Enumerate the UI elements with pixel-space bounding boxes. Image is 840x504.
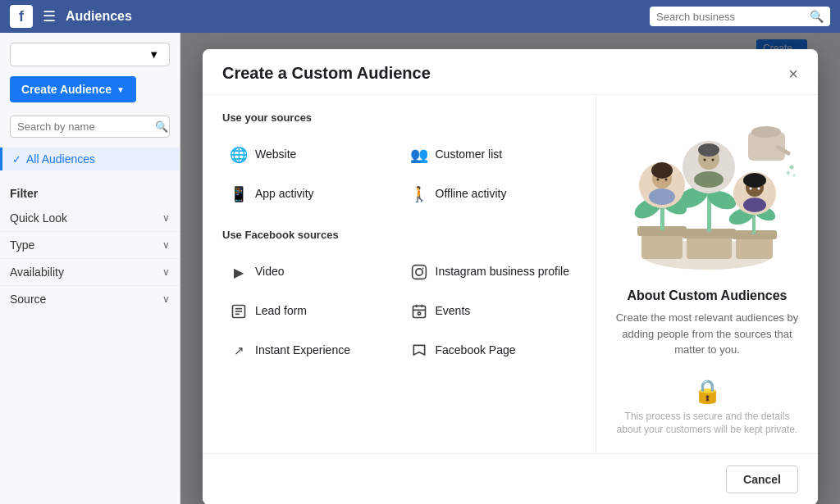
about-title: About Custom Audiences <box>628 288 788 303</box>
checkmark-icon: ✓ <box>12 153 21 166</box>
option-app-activity[interactable]: 📱 App activity <box>222 176 396 212</box>
facebook-page-icon <box>409 341 429 361</box>
create-audience-label: Create Audience <box>21 83 112 96</box>
search-by-name-input[interactable] <box>17 120 155 133</box>
svg-point-40 <box>665 179 668 181</box>
option-events[interactable]: Events <box>403 293 577 329</box>
svg-point-39 <box>657 179 660 181</box>
offline-activity-icon: 🚶 <box>409 184 429 204</box>
your-sources-label: Use your sources <box>222 111 576 124</box>
option-video-label: Video <box>255 262 285 279</box>
create-audience-button[interactable]: Create Audience ▼ <box>10 76 136 102</box>
modal-overlay: Create a Custom Audience × Use your sour… <box>180 33 840 504</box>
svg-point-30 <box>751 126 781 138</box>
option-lead-form-label: Lead form <box>255 302 307 318</box>
option-instagram-label: Instagram business profile <box>436 262 569 279</box>
svg-point-43 <box>698 143 719 157</box>
search-icon: 🔍 <box>155 120 168 133</box>
option-instant-experience-label: Instant Experience <box>255 341 350 357</box>
search-by-name-wrap: 🔍 <box>10 116 170 138</box>
hamburger-menu[interactable]: ☰ <box>43 7 56 25</box>
svg-point-33 <box>787 171 790 175</box>
svg-point-52 <box>758 188 760 190</box>
customer-list-icon: 👥 <box>409 145 429 165</box>
modal-footer: Cancel <box>203 453 818 504</box>
svg-point-32 <box>790 166 794 170</box>
cancel-button[interactable]: Cancel <box>726 465 798 493</box>
create-audience-arrow-icon: ▼ <box>116 85 125 94</box>
sidebar-dropdown[interactable]: ▼ <box>10 43 170 66</box>
option-website[interactable]: 🌐 Website <box>222 137 396 173</box>
svg-point-1 <box>415 269 422 275</box>
filter-type[interactable]: Type ∨ <box>0 232 180 259</box>
website-icon: 🌐 <box>229 145 249 165</box>
svg-point-49 <box>743 173 766 188</box>
option-customer-list-label: Customer list <box>436 145 503 161</box>
svg-point-50 <box>743 198 766 212</box>
top-nav: f ☰ Audiences 🔍 <box>0 0 840 33</box>
chevron-icon: ∨ <box>162 212 170 224</box>
option-website-label: Website <box>255 145 296 161</box>
svg-point-38 <box>649 188 675 205</box>
chevron-icon: ∨ <box>162 239 170 251</box>
option-instant-experience[interactable]: ↗ Instant Experience <box>222 333 396 369</box>
option-facebook-page[interactable]: Facebook Page <box>403 333 577 369</box>
option-lead-form[interactable]: Lead form <box>222 293 396 329</box>
events-icon <box>409 302 429 321</box>
custom-audience-modal: Create a Custom Audience × Use your sour… <box>203 49 818 504</box>
option-app-activity-label: App activity <box>255 184 314 201</box>
about-desc: Create the most relevant audiences by ad… <box>613 310 801 358</box>
svg-point-34 <box>793 175 796 177</box>
option-offline-activity[interactable]: 🚶 Offline activity <box>403 176 577 212</box>
lock-icon: 🔒 <box>693 378 722 405</box>
filter-quick-look[interactable]: Quick Look ∨ <box>0 205 180 232</box>
modal-title: Create a Custom Audience <box>222 64 431 83</box>
filter-title: Filter <box>0 180 180 205</box>
nav-search-icon: 🔍 <box>810 10 824 23</box>
lock-text: This process is secure and the details a… <box>613 410 801 438</box>
nav-search-input[interactable] <box>656 11 810 23</box>
instant-experience-icon: ↗ <box>229 341 249 361</box>
app-activity-icon: 📱 <box>229 184 249 204</box>
option-events-label: Events <box>436 302 471 318</box>
svg-point-45 <box>704 159 706 161</box>
nav-title: Audiences <box>66 9 132 24</box>
modal-right-panel: About Custom Audiences Create the most r… <box>596 95 818 453</box>
all-audiences-label: All Audiences <box>26 152 95 166</box>
modal-close-button[interactable]: × <box>788 66 798 82</box>
filter-availability[interactable]: Availability ∨ <box>0 259 180 286</box>
instagram-icon <box>409 262 429 282</box>
svg-marker-12 <box>413 345 424 355</box>
option-offline-activity-label: Offline activity <box>436 184 507 201</box>
svg-point-11 <box>418 312 420 315</box>
fb-sources-label: Use Facebook sources <box>222 229 576 241</box>
main-layout: ▼ Create Audience ▼ 🔍 ✓ All Audiences Fi… <box>0 33 840 504</box>
lock-section: 🔒 This process is secure and the details… <box>613 378 801 438</box>
video-icon: ▶ <box>229 262 249 282</box>
dropdown-arrow-icon: ▼ <box>148 48 159 61</box>
svg-rect-0 <box>412 266 426 279</box>
illustration <box>617 111 797 275</box>
modal-left-panel: Use your sources 🌐 Website 👥 Customer li… <box>203 95 596 453</box>
option-facebook-page-label: Facebook Page <box>436 341 516 357</box>
filter-section: Filter Quick Look ∨ Type ∨ Availability … <box>0 170 180 322</box>
svg-point-44 <box>694 171 724 188</box>
option-video[interactable]: ▶ Video <box>222 254 396 290</box>
modal-header: Create a Custom Audience × <box>203 49 818 95</box>
modal-body: Use your sources 🌐 Website 👥 Customer li… <box>203 95 818 453</box>
all-audiences-item[interactable]: ✓ All Audiences <box>0 148 180 170</box>
fb-sources-grid: ▶ Video <box>222 254 576 369</box>
lead-form-icon <box>229 302 249 321</box>
svg-point-46 <box>712 159 714 161</box>
your-sources-grid: 🌐 Website 👥 Customer list 📱 App activity <box>222 137 576 212</box>
option-instagram[interactable]: Instagram business profile <box>403 254 577 290</box>
svg-point-37 <box>651 162 673 179</box>
chevron-icon: ∨ <box>162 266 170 278</box>
svg-point-51 <box>750 188 752 190</box>
filter-source[interactable]: Source ∨ <box>0 286 180 312</box>
chevron-icon: ∨ <box>162 293 170 305</box>
content-area: Create... Create a Custom Audience × Use… <box>180 33 840 504</box>
nav-search-bar: 🔍 <box>650 7 830 26</box>
svg-point-2 <box>422 268 423 270</box>
option-customer-list[interactable]: 👥 Customer list <box>403 137 577 173</box>
